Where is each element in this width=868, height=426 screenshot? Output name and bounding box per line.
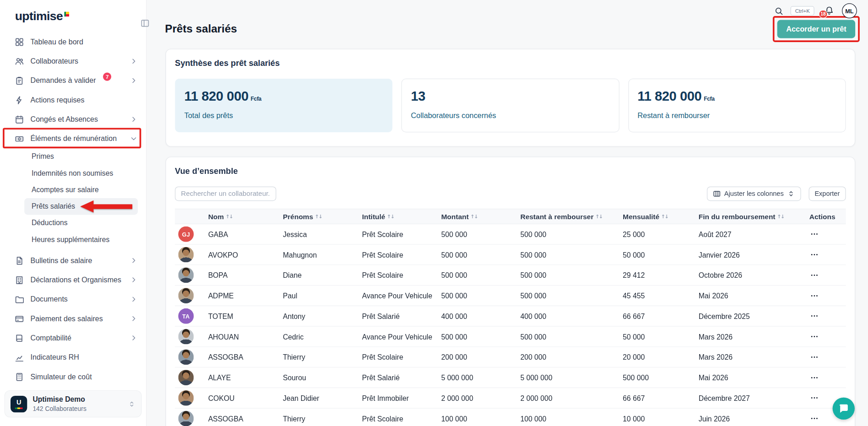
cell-intitule: Prêt Salarié <box>358 373 437 382</box>
sidebar-item-label: Comptabilité <box>31 334 71 342</box>
sort-icon[interactable]: ↑↓ <box>387 214 394 219</box>
avatar-photo <box>178 411 194 426</box>
sidebar-item-paiement-des-salaires[interactable]: Paiement des salaires <box>0 309 146 328</box>
sidebar-subitem-prets-salaries[interactable]: Prêts salariés <box>24 198 138 215</box>
stat-unit: Fcfa <box>704 96 714 102</box>
row-actions-button[interactable]: ••• <box>801 334 848 340</box>
column-header-intitule[interactable]: Intitulé↑↓ <box>358 212 437 221</box>
sidebar-item-actions-requises[interactable]: Actions requises <box>0 90 146 109</box>
workspace-switcher[interactable]: U Uptimise Demo 142 Collaborateurs <box>5 390 142 417</box>
logo-text: uptimise <box>15 9 63 22</box>
cell-nom: GABA <box>204 230 278 238</box>
table-header: Nom↑↓Prénoms↑↓Intitulé↑↓Montant↑↓Restant… <box>175 209 846 224</box>
summary-card: Synthèse des prêt salariés 11 820 000Fcf… <box>166 49 855 146</box>
cell-prenoms: Cedric <box>279 332 358 340</box>
cell-mensualite: 66 667 <box>618 312 694 320</box>
sidebar-item-label: Demandes à valider <box>31 76 96 85</box>
sidebar-item-label: Actions requises <box>31 96 85 104</box>
cell-intitule: Prêt Scolaire <box>358 250 437 259</box>
stat-unit: Fcfa <box>251 96 261 102</box>
sidebar-subitem-heures-supplementaires[interactable]: Heures supplémentaires <box>24 232 138 248</box>
table-row: GJGABAJessicaPrêt Scolaire500 000500 000… <box>175 224 846 245</box>
sidebar-item-bulletins-de-salaire[interactable]: Bulletins de salaire <box>0 251 146 270</box>
sort-icon[interactable]: ↑↓ <box>226 214 233 219</box>
row-actions-button[interactable]: ••• <box>801 252 848 257</box>
chevron-right-icon <box>130 334 137 342</box>
stat-value: 11 820 000Fcfa <box>184 89 383 104</box>
stat-card-collaborateurs-concernes: 13Collaborateurs concernés <box>402 79 620 132</box>
user-avatar[interactable]: ML <box>842 3 857 18</box>
pending-count-badge: 7 <box>103 72 111 81</box>
cell-mensualite: 25 000 <box>618 230 694 238</box>
row-actions-button[interactable]: ••• <box>801 232 848 237</box>
column-header-fin-du-remboursement[interactable]: Fin du remboursement↑↓ <box>694 212 801 221</box>
sidebar-subitem-primes[interactable]: Primes <box>24 148 138 165</box>
chevron-right-icon <box>130 116 137 123</box>
table-row: AVOKPOMahugnonPrêt Scolaire500 000500 00… <box>175 245 846 265</box>
cell-mensualite: 45 455 <box>618 291 694 300</box>
sidebar-item-collaborateurs[interactable]: Collaborateurs <box>0 52 146 71</box>
unfold-icon <box>128 399 135 408</box>
export-button[interactable]: Exporter <box>809 187 846 201</box>
book-icon <box>15 334 24 342</box>
cell-nom: AHOUAN <box>204 332 278 340</box>
submenu-elements-remuneration: PrimesIndemnités non soumisesAcomptes su… <box>0 148 146 251</box>
search-icon[interactable] <box>775 6 783 15</box>
column-header-montant[interactable]: Montant↑↓ <box>437 212 516 221</box>
sidebar-subitem-indemnites-non-soumises[interactable]: Indemnités non soumises <box>24 165 138 182</box>
cell-mensualite: 20 000 <box>618 353 694 361</box>
sidebar-item-conges-et-absences[interactable]: Congés et Absences <box>0 110 146 129</box>
cell-nom: ASSOGBA <box>204 415 278 423</box>
stat-label: Collaborateurs concernés <box>411 111 610 119</box>
cell-prenoms: Thierry <box>279 415 358 423</box>
sidebar-item-label: Indicateurs RH <box>31 353 79 361</box>
cell-fin-du-remboursement: Décembre 2025 <box>694 312 801 320</box>
row-actions-button[interactable]: ••• <box>801 375 848 380</box>
table-row: ASSOGBAThierryPrêt Scolaire200 000200 00… <box>175 347 846 368</box>
cell-nom: ALAYE <box>204 373 278 382</box>
cell-fin-du-remboursement: Octobre 2026 <box>694 271 801 279</box>
collapse-sidebar-button[interactable] <box>139 18 151 30</box>
chat-button[interactable] <box>833 398 855 420</box>
sidebar-item-declarations-et-organismes[interactable]: Déclarations et Organismes <box>0 270 146 289</box>
sidebar-item-demandes-a-valider[interactable]: Demandes à valider7 <box>0 71 146 90</box>
cell-intitule: Avance Pour Vehicule <box>358 332 437 340</box>
sort-icon[interactable]: ↑↓ <box>315 214 322 219</box>
sort-icon[interactable]: ↑↓ <box>661 214 669 219</box>
grant-loan-button[interactable]: Accorder un prêt <box>777 20 855 38</box>
sort-icon[interactable]: ↑↓ <box>777 214 784 219</box>
column-header-nom[interactable]: Nom↑↓ <box>204 212 278 221</box>
sort-icon[interactable]: ↑↓ <box>595 214 603 219</box>
overview-title: Vue d’ensemble <box>175 166 846 176</box>
row-actions-button[interactable]: ••• <box>801 293 848 298</box>
sidebar-item-elements-de-remuneration[interactable]: Éléments de rémunération <box>0 129 146 148</box>
sidebar-item-label: Simulateur de coût <box>31 372 92 381</box>
adjust-columns-button[interactable]: Ajuster les colonnes <box>707 187 801 201</box>
search-collaborator-input[interactable] <box>175 187 276 201</box>
sidebar-subitem-acomptes-sur-salaire[interactable]: Acomptes sur salaire <box>24 182 138 198</box>
column-header-prenoms[interactable]: Prénoms↑↓ <box>279 212 358 221</box>
sidebar-item-indicateurs-rh[interactable]: Indicateurs RH <box>0 348 146 367</box>
row-actions-button[interactable]: ••• <box>801 272 848 278</box>
search-shortcut[interactable]: Ctrl+K <box>791 6 814 16</box>
notifications-button[interactable]: 18 <box>825 6 835 16</box>
stat-card-total-des-prets: 11 820 000FcfaTotal des prêts <box>175 79 393 132</box>
workspace-name: Uptimise Demo <box>32 395 122 404</box>
sort-icon[interactable]: ↑↓ <box>470 214 478 219</box>
row-actions-button[interactable]: ••• <box>801 354 848 360</box>
cell-nom: COKOU <box>204 394 278 402</box>
sidebar-item-simulateur-de-cout[interactable]: Simulateur de coût <box>0 367 146 386</box>
cell-mensualite: 500 000 <box>618 373 694 382</box>
column-header-mensualite[interactable]: Mensualité↑↓ <box>618 212 694 221</box>
sidebar-item-comptabilite[interactable]: Comptabilité <box>0 328 146 347</box>
sidebar-item-tableau-de-bord[interactable]: Tableau de bord <box>0 32 146 51</box>
row-actions-button[interactable]: ••• <box>801 313 848 319</box>
table-body: GJGABAJessicaPrêt Scolaire500 000500 000… <box>175 224 846 426</box>
column-header-restant-a-rembourser[interactable]: Restant à rembourser↑↓ <box>516 212 619 221</box>
logo[interactable]: uptimise <box>0 0 146 31</box>
sidebar-subitem-deductions[interactable]: Déductions <box>24 215 138 231</box>
sidebar-item-documents[interactable]: Documents <box>0 290 146 309</box>
export-label: Exporter <box>814 190 840 198</box>
chat-icon <box>838 403 849 414</box>
stat-label: Restant à rembourser <box>637 111 836 119</box>
